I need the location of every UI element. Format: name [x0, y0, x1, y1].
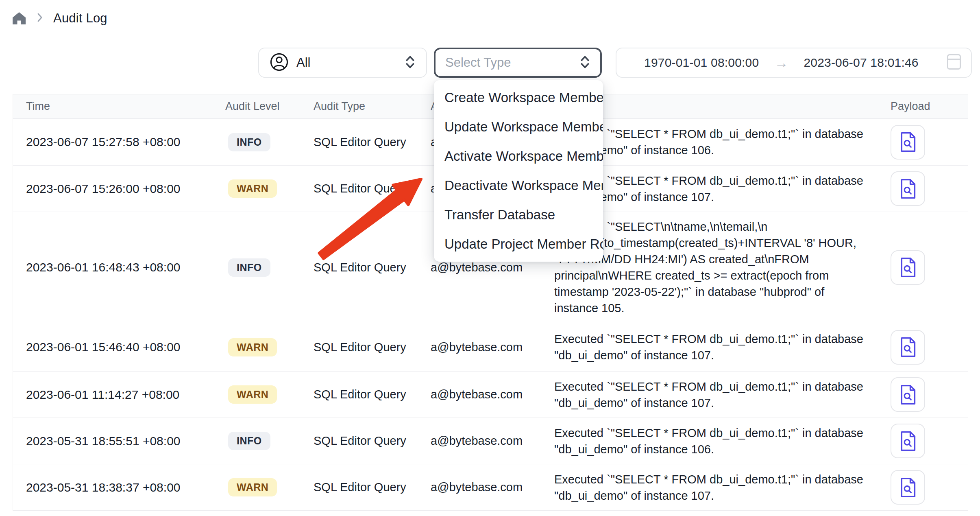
column-header-type: Audit Type	[314, 100, 431, 113]
level-cell: INFO	[225, 432, 314, 450]
column-header-time: Time	[13, 100, 225, 113]
scope-select-value: All	[296, 55, 310, 70]
payload-button[interactable]	[891, 171, 925, 206]
payload-button[interactable]	[891, 470, 925, 505]
time-cell: 2023-06-01 16:48:43 +08:00	[13, 260, 225, 274]
level-cell: WARN	[225, 385, 314, 404]
table-row: 2023-06-01 11:14:27 +08:00WARNSQL Editor…	[13, 372, 968, 418]
home-icon[interactable]	[12, 11, 26, 26]
payload-cell	[873, 470, 968, 505]
audit-type-select[interactable]: Select Type	[434, 48, 602, 78]
type-menu-item[interactable]: Update Project Member Role	[434, 230, 603, 259]
actor-cell: a@bytebase.com	[431, 434, 554, 448]
comment-cell: Executed `"SELECT * FROM db_ui_demo.t1;"…	[554, 324, 873, 370]
arrow-right-icon: →	[774, 55, 788, 71]
audit-level-badge: WARN	[228, 385, 277, 404]
payload-cell	[873, 250, 968, 285]
payload-button[interactable]	[891, 424, 925, 458]
actor-cell: a@bytebase.com	[431, 341, 554, 354]
payload-button[interactable]	[891, 125, 925, 160]
time-cell: 2023-06-07 15:27:58 +08:00	[13, 135, 225, 149]
time-cell: 2023-05-31 18:55:51 +08:00	[13, 434, 225, 448]
payload-cell	[873, 330, 968, 365]
file-search-icon	[899, 257, 917, 278]
user-circle-icon	[270, 52, 289, 73]
date-range-start[interactable]: 1970-01-01 08:00:00	[644, 56, 759, 70]
payload-cell	[873, 377, 968, 412]
type-select-placeholder: Select Type	[445, 55, 511, 70]
payload-button[interactable]	[891, 377, 925, 412]
type-menu-item[interactable]: Transfer Database	[434, 200, 603, 230]
time-cell: 2023-05-31 18:38:37 +08:00	[13, 481, 225, 494]
audit-level-badge: WARN	[228, 478, 277, 496]
comment-cell: Executed `"SELECT * FROM db_ui_demo.t1;"…	[554, 418, 873, 464]
type-menu-item[interactable]: Activate Workspace Member	[434, 142, 603, 171]
level-cell: WARN	[225, 179, 314, 198]
actor-cell: a@bytebase.com	[431, 481, 554, 494]
table-row: 2023-05-31 18:55:51 +08:00INFOSQL Editor…	[13, 418, 968, 464]
date-range-end[interactable]: 2023-06-07 18:01:46	[804, 56, 918, 70]
chevron-right-icon	[36, 12, 44, 25]
chevron-updown-icon	[579, 55, 590, 71]
audit-type-cell: SQL Editor Query	[314, 388, 431, 401]
audit-level-badge: INFO	[228, 258, 270, 277]
table-row: 2023-06-01 15:46:40 +08:00WARNSQL Editor…	[13, 323, 968, 372]
file-search-icon	[899, 431, 917, 452]
type-menu-item[interactable]: Deactivate Workspace Member	[434, 171, 603, 200]
actor-cell: a@bytebase.com	[431, 388, 554, 401]
level-cell: INFO	[225, 133, 314, 151]
audit-level-badge: INFO	[228, 133, 270, 151]
file-search-icon	[899, 178, 917, 199]
table-row: 2023-05-31 18:38:37 +08:00WARNSQL Editor…	[13, 464, 968, 511]
time-cell: 2023-06-07 15:26:00 +08:00	[13, 182, 225, 196]
comment-cell: Executed `"SELECT * FROM db_ui_demo.t1;"…	[554, 372, 873, 418]
time-cell: 2023-06-01 15:46:40 +08:00	[13, 340, 225, 354]
audit-scope-select[interactable]: All	[258, 48, 427, 78]
column-header-payload: Payload	[873, 100, 968, 113]
audit-type-cell: SQL Editor Query	[314, 341, 431, 354]
payload-button[interactable]	[891, 330, 925, 365]
audit-type-cell: SQL Editor Query	[314, 136, 431, 149]
calendar-icon	[947, 53, 961, 72]
audit-type-cell: SQL Editor Query	[314, 261, 431, 274]
audit-type-cell: SQL Editor Query	[314, 182, 431, 195]
level-cell: INFO	[225, 258, 314, 277]
page-title: Audit Log	[53, 11, 107, 26]
audit-level-badge: WARN	[228, 338, 277, 356]
file-search-icon	[899, 477, 917, 498]
audit-level-badge: INFO	[228, 432, 270, 450]
type-menu-item[interactable]: Update Workspace Member	[434, 112, 603, 142]
column-header-level: Audit Level	[225, 100, 314, 113]
comment-cell: Executed `"SELECT * FROM db_ui_demo.t1;"…	[554, 465, 873, 510]
file-search-icon	[899, 131, 917, 153]
file-search-icon	[899, 384, 917, 405]
payload-cell	[873, 424, 968, 458]
file-search-icon	[899, 337, 917, 358]
chevron-updown-icon	[405, 55, 416, 71]
audit-level-badge: WARN	[228, 179, 277, 198]
level-cell: WARN	[225, 478, 314, 496]
payload-button[interactable]	[891, 250, 925, 285]
date-range-picker[interactable]: 1970-01-01 08:00:00 → 2023-06-07 18:01:4…	[616, 48, 972, 78]
payload-cell	[873, 125, 968, 160]
audit-type-cell: SQL Editor Query	[314, 434, 431, 448]
type-menu-item[interactable]: Create Workspace Member	[434, 83, 603, 112]
actor-cell: a@bytebase.com	[431, 261, 554, 274]
payload-cell	[873, 171, 968, 206]
type-select-dropdown-menu: Create Workspace MemberUpdate Workspace …	[434, 80, 603, 262]
level-cell: WARN	[225, 338, 314, 356]
breadcrumb: Audit Log	[12, 11, 107, 26]
time-cell: 2023-06-01 11:14:27 +08:00	[13, 388, 225, 402]
audit-type-cell: SQL Editor Query	[314, 481, 431, 494]
